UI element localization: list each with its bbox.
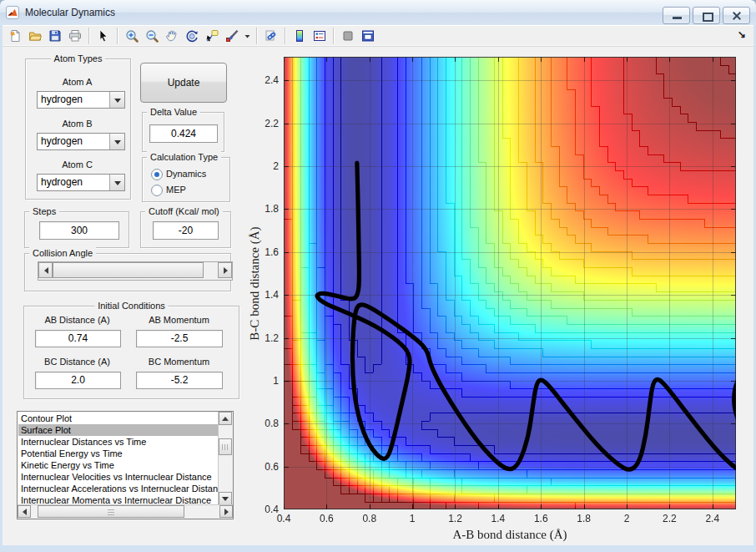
print-button[interactable] [65, 26, 85, 46]
rotate-3d-button[interactable] [182, 26, 202, 46]
scroll-right-button[interactable] [219, 505, 233, 518]
hscroll-thumb[interactable] [38, 505, 184, 518]
scroll-left-button[interactable] [18, 505, 31, 518]
new-file-button[interactable] [5, 26, 25, 46]
update-button[interactable]: Update [140, 63, 227, 103]
toolbar-separator [117, 28, 118, 44]
figure-toolbar [1, 25, 755, 47]
radio-mep[interactable]: MEP [151, 185, 226, 196]
init-field-ab-distance-a[interactable]: 0.74 [35, 330, 121, 347]
list-item[interactable]: Potential Energy vs Time [18, 448, 219, 459]
list-item[interactable]: Internuclear Velocities vs Internuclear … [18, 471, 219, 483]
data-cursor-icon [205, 29, 219, 43]
title-bar[interactable]: Molecular Dynamics [0, 0, 756, 26]
list-item[interactable]: Kinetic Energy vs Time [18, 459, 219, 471]
zoom-in-button[interactable] [122, 26, 142, 46]
list-hscrollbar[interactable] [18, 504, 233, 519]
list-item[interactable]: Internuclear Momenta vs Internuclear Dis… [18, 494, 219, 504]
init-label: AB Distance (A) [33, 315, 121, 325]
dropdown-button[interactable] [109, 92, 124, 108]
maximize-button[interactable] [693, 7, 720, 24]
slider-thumb[interactable] [53, 262, 204, 278]
delta-value-title: Delta Value [147, 106, 200, 118]
y-tick-label: 2.2 [245, 118, 279, 129]
toolbar-separator [88, 28, 90, 44]
atom-b-label: Atom B [25, 119, 129, 129]
dock-arrow-icon[interactable]: ↘ [738, 28, 746, 40]
brush-button[interactable] [222, 26, 242, 46]
minimize-button[interactable] [663, 7, 690, 24]
vscroll-thumb[interactable] [219, 438, 232, 455]
steps-field[interactable]: 300 [39, 221, 119, 240]
pan-button[interactable] [162, 26, 182, 46]
minimize-icon [673, 17, 682, 19]
dock-figure-button[interactable] [358, 26, 378, 46]
scroll-down-button[interactable] [219, 492, 232, 505]
maximize-icon [703, 13, 713, 22]
print-icon [68, 29, 82, 43]
x-axis-label: A-B bond distance (Å) [284, 528, 736, 542]
dropdown-button[interactable] [109, 134, 124, 149]
x-tick-label: 2 [610, 513, 643, 524]
radio-label: Dynamics [166, 169, 206, 180]
brush-dropdown-button[interactable] [242, 26, 253, 46]
x-tick-label: 1.8 [567, 513, 601, 524]
list-vscrollbar[interactable] [218, 412, 233, 505]
list-item[interactable]: Contour Plot [18, 413, 219, 424]
init-field-bc-momentum[interactable]: -5.2 [136, 372, 223, 389]
init-field-bc-distance-a[interactable]: 2.0 [35, 372, 121, 389]
y-tick-label: 0.4 [245, 504, 279, 515]
left-arrow-icon [19, 509, 27, 515]
close-button[interactable] [723, 7, 750, 24]
arrow-cursor-button[interactable] [93, 26, 113, 46]
insert-legend-icon [313, 29, 326, 43]
collision-angle-slider[interactable] [38, 261, 233, 281]
up-arrow-icon [222, 413, 229, 421]
link-plots-button[interactable] [261, 26, 281, 46]
brush-icon [225, 29, 239, 43]
atom-c-dropdown[interactable]: hydrogen [37, 174, 125, 191]
insert-legend-button[interactable] [310, 26, 330, 46]
dropdown-button[interactable] [109, 175, 124, 190]
radio-circle-icon [151, 185, 163, 196]
cutoff-title: Cutoff (Kcal/ mol) [145, 205, 223, 217]
app-window: Molecular Dynamics ↘ Atom Types Atom Ahy… [0, 0, 756, 552]
matlab-logo-icon [6, 6, 19, 19]
init-label: BC Distance (A) [33, 357, 121, 367]
radio-dynamics[interactable]: Dynamics [151, 169, 226, 180]
dropdown-value: hydrogen [41, 175, 83, 190]
plot-canvas[interactable] [284, 57, 736, 509]
data-cursor-button[interactable] [202, 26, 222, 46]
toolbar-separator [256, 28, 258, 44]
dock-figure-icon [361, 29, 375, 43]
steps-title: Steps [29, 205, 59, 217]
window-border [0, 25, 3, 552]
atom-a-dropdown[interactable]: hydrogen [37, 91, 125, 109]
slider-left-arrow[interactable] [38, 262, 53, 278]
chevron-down-icon [114, 140, 121, 148]
zoom-out-button[interactable] [142, 26, 162, 46]
list-item[interactable]: Surface Plot [18, 424, 219, 436]
initial-conditions-title: Initial Conditions [94, 300, 169, 311]
open-file-button[interactable] [25, 26, 45, 46]
brush-dropdown-icon [243, 29, 252, 43]
list-item[interactable]: Internuclear Accelerations vs Internucle… [18, 483, 219, 494]
x-tick-label: 1.2 [438, 513, 471, 524]
x-tick-label: 1 [396, 513, 429, 524]
cutoff-field[interactable]: -20 [153, 221, 219, 240]
hide-plot-tools-button[interactable] [338, 26, 358, 46]
slider-right-arrow[interactable] [218, 262, 232, 278]
scroll-up-button[interactable] [219, 412, 232, 425]
save-icon [48, 29, 62, 43]
left-arrow-icon [41, 267, 48, 274]
save-button[interactable] [45, 26, 65, 46]
x-tick-label: 1.6 [524, 513, 557, 524]
delta-value-field[interactable]: 0.424 [149, 124, 218, 143]
init-field-ab-momentum[interactable]: -2.5 [136, 330, 223, 347]
zoom-out-icon [145, 29, 159, 43]
list-item[interactable]: Internuclear Distances vs Time [18, 436, 219, 448]
link-plots-icon [265, 29, 278, 43]
insert-colorbar-button[interactable] [290, 26, 310, 46]
atom-b-dropdown[interactable]: hydrogen [37, 133, 125, 150]
new-file-icon [8, 29, 22, 43]
